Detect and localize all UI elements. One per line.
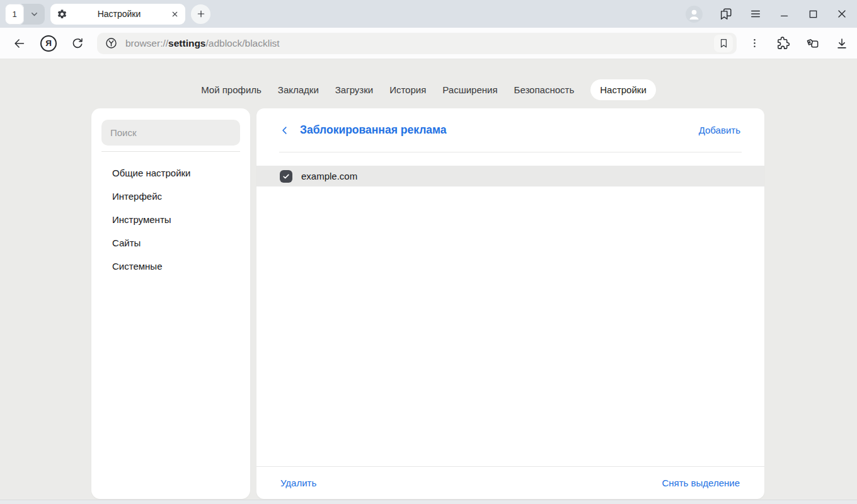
address-toolbar: Я browser://settings/adblock/blacklist — [0, 28, 857, 59]
nav-tab-security[interactable]: Безопасность — [514, 79, 575, 100]
site-domain: example.com — [301, 171, 357, 181]
sidebar-item-interface[interactable]: Интерфейс — [91, 185, 250, 208]
panel-spacer — [256, 186, 764, 466]
tab-counter[interactable]: 1 — [5, 4, 45, 25]
url-path: /adblock/blacklist — [206, 38, 280, 49]
search-input[interactable] — [101, 127, 240, 138]
tab-close-icon[interactable] — [171, 10, 179, 18]
sidebar-item-system[interactable]: Системные — [91, 255, 250, 278]
sidebar-menu: Общие настройки Интерфейс Инструменты Са… — [91, 161, 250, 278]
downloads-icon[interactable] — [835, 37, 849, 50]
maximize-button[interactable] — [807, 8, 819, 20]
list-item[interactable]: example.com — [256, 166, 764, 186]
delete-button[interactable]: Удалить — [280, 478, 316, 488]
menu-icon[interactable] — [749, 8, 762, 20]
chevron-down-icon[interactable] — [24, 4, 45, 25]
back-chevron-icon[interactable] — [279, 125, 290, 136]
site-icon — [105, 37, 118, 50]
panel-footer: Удалить Снять выделение — [256, 467, 764, 499]
back-button[interactable] — [13, 37, 26, 50]
settings-sidebar: Общие настройки Интерфейс Инструменты Са… — [91, 108, 250, 499]
sidebar-item-sites[interactable]: Сайты — [91, 231, 250, 255]
deselect-button[interactable]: Снять выделение — [662, 478, 740, 488]
blacklist-panel: Заблокированная реклама Добавить example… — [256, 108, 764, 499]
collections-icon[interactable] — [805, 36, 820, 50]
row-checkbox[interactable] — [280, 170, 292, 183]
browser-window: 1 Настройки — [0, 0, 857, 504]
sidebar-item-general[interactable]: Общие настройки — [91, 161, 250, 185]
nav-tab-profile[interactable]: Мой профиль — [201, 79, 262, 100]
sidebar-item-tools[interactable]: Инструменты — [91, 208, 250, 231]
settings-page: Мой профиль Закладки Загрузки История Ра… — [0, 60, 857, 504]
minimize-button[interactable] — [778, 8, 791, 20]
close-window-button[interactable] — [836, 8, 848, 20]
nav-tab-bookmarks[interactable]: Закладки — [278, 79, 319, 100]
url-host: settings — [168, 38, 205, 49]
search-box[interactable] — [101, 120, 240, 146]
nav-tab-settings[interactable]: Настройки — [590, 79, 656, 100]
bookmarks-panel-icon[interactable] — [719, 7, 733, 21]
tab-bar: 1 Настройки — [0, 0, 857, 28]
header-divider — [279, 152, 742, 152]
extensions-icon[interactable] — [776, 36, 790, 50]
gear-icon — [57, 9, 67, 20]
add-site-button[interactable]: Добавить — [699, 125, 740, 135]
panel-header: Заблокированная реклама Добавить — [256, 108, 764, 152]
tab-count[interactable]: 1 — [5, 4, 24, 25]
panel-title: Заблокированная реклама — [300, 123, 446, 137]
window-bottom-edge — [0, 500, 857, 504]
tab-title: Настройки — [67, 9, 171, 19]
url-scheme: browser:// — [125, 38, 168, 49]
sidebar-divider — [101, 151, 240, 152]
reload-button[interactable] — [71, 37, 84, 50]
new-tab-button[interactable] — [191, 4, 210, 24]
url-bar[interactable]: browser://settings/adblock/blacklist — [97, 33, 737, 54]
url-text[interactable]: browser://settings/adblock/blacklist — [125, 38, 714, 49]
yandex-logo[interactable]: Я — [40, 35, 57, 52]
nav-tab-history[interactable]: История — [389, 79, 426, 100]
nav-tab-downloads[interactable]: Загрузки — [335, 79, 373, 100]
settings-nav: Мой профиль Закладки Загрузки История Ра… — [0, 79, 857, 100]
more-options-icon[interactable] — [749, 37, 761, 49]
blocked-sites-list: example.com — [256, 166, 764, 186]
bookmark-icon[interactable] — [714, 35, 733, 52]
nav-tab-extensions[interactable]: Расширения — [442, 79, 497, 100]
tab-settings[interactable]: Настройки — [50, 4, 185, 25]
profile-avatar[interactable] — [686, 6, 703, 23]
